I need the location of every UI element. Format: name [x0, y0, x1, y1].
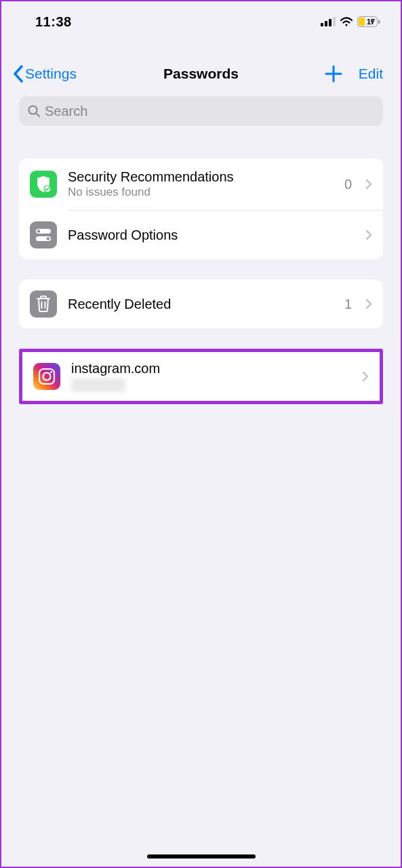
count-badge: 0 — [344, 177, 352, 192]
chevron-right-icon — [365, 179, 372, 190]
svg-rect-3 — [333, 17, 336, 26]
status-icons: 17 — [321, 16, 380, 27]
svg-point-16 — [50, 371, 52, 373]
row-title: Password Options — [68, 227, 355, 243]
password-options-row[interactable]: Password Options — [19, 211, 383, 259]
chevron-right-icon — [365, 230, 372, 240]
redacted-username — [71, 378, 125, 392]
back-button[interactable]: Settings — [12, 65, 77, 83]
row-title: instagram.com — [71, 361, 351, 376]
wifi-icon — [340, 17, 353, 27]
status-bar: 11:38 17 — [1, 1, 401, 39]
svg-rect-1 — [325, 21, 327, 26]
svg-rect-5 — [359, 18, 365, 26]
status-time: 11:38 — [35, 14, 72, 30]
instagram-icon — [33, 363, 60, 390]
chevron-left-icon — [12, 65, 24, 83]
chevron-right-icon — [362, 371, 369, 382]
svg-point-11 — [37, 230, 41, 233]
page-title: Passwords — [163, 66, 239, 82]
deleted-section: Recently Deleted 1 — [19, 280, 383, 328]
search-icon — [27, 104, 41, 118]
toggles-icon — [30, 221, 57, 248]
navigation-bar: Settings Passwords Edit — [1, 39, 401, 91]
shield-check-icon — [30, 171, 57, 198]
svg-rect-2 — [329, 19, 331, 26]
edit-button[interactable]: Edit — [359, 66, 383, 82]
svg-rect-0 — [321, 23, 323, 26]
svg-point-15 — [43, 373, 51, 381]
svg-rect-6 — [378, 20, 380, 24]
add-button[interactable] — [325, 65, 342, 83]
search-input[interactable]: Search — [19, 96, 383, 126]
count-badge: 1 — [344, 297, 352, 312]
trash-icon — [30, 290, 57, 318]
recently-deleted-row[interactable]: Recently Deleted 1 — [19, 280, 383, 328]
back-label: Settings — [25, 66, 77, 82]
row-title: Security Recommendations — [68, 169, 334, 185]
row-title: Recently Deleted — [68, 297, 334, 312]
chevron-right-icon — [365, 299, 372, 309]
svg-point-13 — [47, 237, 50, 240]
battery-icon: 17 — [357, 16, 380, 27]
svg-rect-14 — [39, 369, 54, 384]
password-entry-instagram[interactable]: instagram.com — [22, 352, 380, 401]
row-subtitle: No issues found — [68, 186, 334, 199]
settings-section: Security Recommendations No issues found… — [19, 158, 383, 259]
search-placeholder: Search — [45, 104, 87, 119]
home-indicator[interactable] — [147, 854, 256, 859]
passwords-section: instagram.com — [19, 349, 383, 404]
security-recommendations-row[interactable]: Security Recommendations No issues found… — [19, 158, 383, 210]
cellular-icon — [321, 17, 336, 26]
